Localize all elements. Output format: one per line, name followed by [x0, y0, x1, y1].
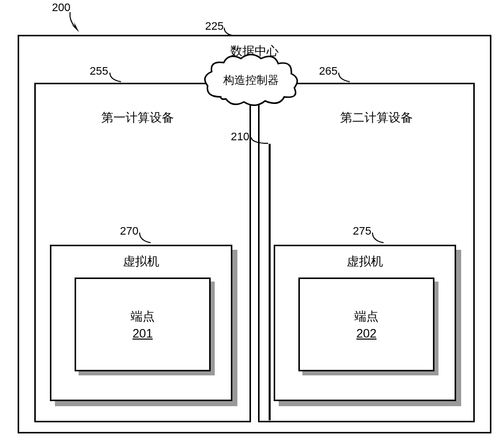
leader-210	[250, 136, 270, 146]
device-2-box: 第二计算设备 275 虚拟机 端点 202	[258, 83, 475, 422]
controller-cloud: 构造控制器	[201, 51, 301, 112]
vm-1: 虚拟机 端点 201	[50, 245, 232, 401]
endpoint-2-title: 端点	[354, 308, 379, 324]
device-2-title: 第二计算设备	[280, 109, 473, 126]
endpoint-1-title: 端点	[131, 308, 155, 324]
vm-2: 虚拟机 端点 202	[274, 245, 456, 401]
vm-2-title: 虚拟机	[275, 253, 455, 269]
ref-210: 210	[231, 130, 249, 143]
endpoint-1-box: 端点 201	[75, 278, 211, 371]
ref-275: 275	[353, 225, 371, 238]
leader-255	[109, 72, 123, 84]
endpoint-2-box: 端点 202	[298, 278, 434, 371]
leader-200	[68, 11, 83, 33]
ref-270: 270	[120, 225, 139, 238]
endpoint-1: 端点 201	[75, 278, 211, 371]
endpoint-2-num: 202	[356, 326, 376, 341]
vm-1-box: 虚拟机 端点 201	[50, 245, 232, 401]
endpoint-2: 端点 202	[298, 278, 434, 371]
vm-1-title: 虚拟机	[51, 253, 231, 269]
vertical-separator	[269, 144, 271, 420]
device-1-box: 第一计算设备 270 虚拟机 端点 201	[34, 83, 251, 422]
ref-225: 225	[205, 20, 224, 33]
ref-255: 255	[90, 65, 108, 78]
leader-265	[338, 72, 352, 84]
leader-270	[139, 232, 153, 245]
leader-275	[371, 232, 386, 245]
controller-label: 构造控制器	[201, 73, 301, 88]
ref-265: 265	[319, 65, 338, 78]
vm-2-box: 虚拟机 端点 202	[274, 245, 456, 401]
endpoint-1-num: 201	[133, 326, 153, 341]
